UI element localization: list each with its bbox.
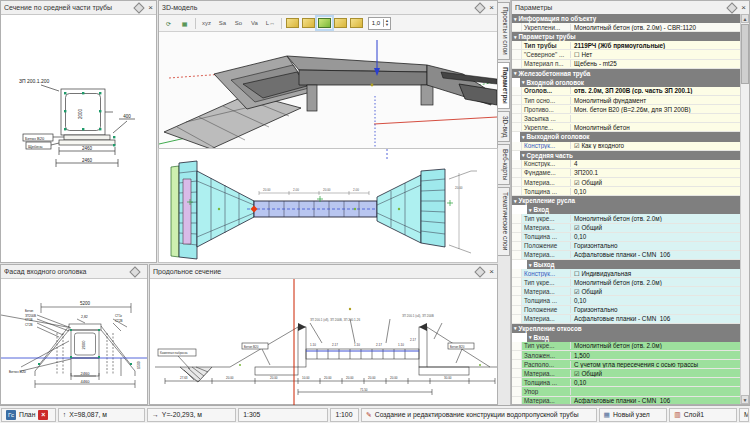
panel-pipe-section-titlebar[interactable]: Сечение по средней части трубы ×	[1, 1, 156, 15]
param-row[interactable]: Конструк...☑ Как у входного	[512, 142, 740, 151]
box-shaded-icon[interactable]	[302, 18, 315, 28]
panel-title: Продольное сечение	[153, 268, 476, 275]
coordinate-system-indicator[interactable]: Местная	[739, 408, 749, 422]
spinner-down-icon[interactable]: ▼	[385, 23, 389, 27]
param-section[interactable]: ▾Выходной оголовок	[512, 132, 740, 141]
long-top-labels-1: ЗП 200.1 (х8), ЗП 200В, ЗП 200.1-26	[310, 318, 360, 322]
scroll-up-icon[interactable]: ▲	[741, 14, 749, 23]
view-icon[interactable]: Va	[247, 16, 262, 31]
param-row[interactable]: Располо...С учетом угла пересечения с ос…	[512, 360, 740, 369]
param-row[interactable]: Упор	[512, 387, 740, 396]
param-row[interactable]: Конструк...☐ Индивидуальная	[512, 269, 740, 278]
facade-material-label: Бетон В20	[9, 370, 26, 374]
param-row[interactable]: ПоложениеГоризонтально	[512, 242, 740, 251]
tab-parameters[interactable]: Параметры	[498, 62, 510, 109]
param-section[interactable]: ▾Входной оголовок	[512, 78, 740, 87]
param-row[interactable]: Материа...☑ Общий	[512, 369, 740, 378]
tab-projects-layers[interactable]: Проекты и слои	[498, 2, 510, 60]
param-row[interactable]: ПоложениеГоризонтально	[512, 306, 740, 315]
tab-web-maps[interactable]: Веб-карты	[498, 144, 510, 186]
param-row[interactable]: Материа...☑ Общий	[512, 178, 740, 187]
param-row[interactable]: Материа...Асфальтовые планки - CMN_106	[512, 315, 740, 324]
length-icon[interactable]: L↔	[263, 16, 278, 31]
param-section[interactable]: ▾Вход	[512, 205, 740, 214]
param-section[interactable]: ▾Выход	[512, 260, 740, 269]
param-row[interactable]: Материа...Асфальтовые планки - CMN_106	[512, 397, 740, 404]
param-row[interactable]: Оголов...отв. 2.0м, ЗП 200В (ср. часть З…	[512, 87, 740, 96]
material-label-1: Бетон В20	[25, 136, 45, 141]
param-section[interactable]: ▾Информация по объекту	[512, 14, 740, 23]
param-section[interactable]: ▾Укрепление откосов	[512, 324, 740, 333]
param-row[interactable]: Тип укре...Монолитный бетон (отв. 2.0м)	[512, 214, 740, 223]
coordinate-x-field[interactable]: ↑ X=98,087, м	[58, 408, 145, 422]
param-row[interactable]: Тип осно...Монолитный фундамент	[512, 96, 740, 105]
close-tab-icon[interactable]: ×	[38, 410, 48, 420]
close-icon[interactable]: ×	[489, 4, 494, 12]
snap-object-icon[interactable]: So	[231, 16, 246, 31]
horizontal-scale-field[interactable]: 1:100	[330, 408, 359, 422]
long-dim: 20.00	[226, 376, 234, 380]
axes-icon[interactable]: xyz	[199, 16, 214, 31]
scale-spinner[interactable]: 1,0 ▲▼	[368, 17, 391, 30]
plan-tab-segment[interactable]: Гс План ×	[1, 408, 56, 422]
pin-icon[interactable]	[134, 2, 145, 13]
param-row[interactable]: Укрепле...Монолитный бетон	[512, 123, 740, 132]
param-row[interactable]: Материа...Асфальтовые планки - CMN_106	[512, 251, 740, 260]
param-section[interactable]: ▾Средняя часть	[512, 151, 740, 160]
param-row[interactable]: Тип трубы2119РЧ (Ж/б прямоугольные)	[512, 41, 740, 50]
layer-selector[interactable]: ▥ Слой1	[669, 408, 737, 422]
box-wire-icon[interactable]	[286, 18, 299, 28]
tab-thematic-layers[interactable]: Тематические слои	[498, 187, 510, 255]
param-section[interactable]: ▾Параметры трубы	[512, 32, 740, 41]
mode-indicator[interactable]: ✎ Создание и редактирование конструкции …	[361, 408, 596, 422]
param-row[interactable]: Фундаме...ЗП200.1	[512, 169, 740, 178]
pin-icon[interactable]	[475, 266, 486, 277]
plan-view-canvas[interactable]: 20.00 2.00 20.00 2.00 20.00	[158, 148, 498, 263]
close-icon[interactable]: ×	[148, 4, 153, 12]
panel-facade-titlebar[interactable]: Фасад входного оголовка	[1, 265, 147, 279]
plan-tab-label[interactable]: План	[19, 411, 35, 418]
scroll-down-icon[interactable]: ▼	[741, 395, 749, 404]
param-row[interactable]: Толщина ...0,10	[512, 233, 740, 242]
close-icon[interactable]: ×	[741, 4, 746, 12]
box-flat-icon[interactable]	[350, 18, 363, 28]
param-row[interactable]: Материал п...Щебень - mt25	[512, 60, 740, 69]
param-row[interactable]: Тип укре...Монолитный бетон (отв. 2.0м)	[512, 278, 740, 287]
param-row[interactable]: Засыпка ...	[512, 114, 740, 123]
panel-parameters-titlebar[interactable]: Параметры ×	[512, 1, 749, 15]
snap-surface-icon[interactable]: Sa	[215, 16, 230, 31]
close-icon[interactable]: ×	[489, 268, 494, 276]
spinner-value[interactable]: 1,0	[369, 20, 383, 26]
box-hidden-icon[interactable]	[334, 18, 347, 28]
param-row[interactable]: Толщина ...0,10	[512, 187, 740, 196]
param-row[interactable]: Заложен...1,500	[512, 351, 740, 360]
param-row[interactable]: "Северное" ...☐ Нет	[512, 50, 740, 59]
box-solid-icon[interactable]	[318, 18, 331, 28]
param-row[interactable]: Материа...☑ Общий	[512, 224, 740, 233]
node-selector[interactable]: ▦ Новый узел	[599, 408, 668, 422]
panel-3d-titlebar[interactable]: 3D-модель ×	[159, 1, 497, 15]
param-scrollbar[interactable]: ▲ ▼	[740, 14, 749, 404]
vertical-scale-field[interactable]: 1:305	[238, 408, 328, 422]
param-row[interactable]: Конструк...4	[512, 160, 740, 169]
param-row[interactable]: Укреплени...Монолитный бетон (отв. 2.0м)…	[512, 23, 740, 32]
pin-icon[interactable]	[727, 2, 738, 13]
param-row[interactable]: Тип укре...Монолитный бетон (отв. 2.0м)	[512, 342, 740, 351]
param-row[interactable]: Материа...☑ Общий	[512, 287, 740, 296]
param-row[interactable]: Толщина ...0,10	[512, 296, 740, 305]
panel-longitudinal-titlebar[interactable]: Продольное сечение ×	[150, 265, 497, 279]
3d-viewport[interactable]	[159, 32, 497, 149]
param-section[interactable]: ▾Вход	[512, 333, 740, 342]
scroll-thumb[interactable]	[741, 24, 749, 84]
param-section[interactable]: ▾Укрепление русла	[512, 196, 740, 205]
refresh-icon[interactable]: ⟳	[161, 16, 176, 31]
param-section[interactable]: ▾Железобетонная труба	[512, 69, 740, 78]
param-row[interactable]: Противо...Мон. бетон В20 (В=2.26м, для З…	[512, 105, 740, 114]
param-row[interactable]: Толщина ...0,10	[512, 378, 740, 387]
pin-icon[interactable]	[129, 266, 140, 277]
tab-3d-view[interactable]: 3D-вид	[498, 111, 510, 142]
model-table-icon[interactable]: ▦	[177, 16, 192, 31]
pin-icon[interactable]	[475, 2, 486, 13]
coordinate-y-field[interactable]: → Y=-20,293, м	[147, 408, 236, 422]
spinner-arrows[interactable]: ▲▼	[383, 19, 390, 27]
